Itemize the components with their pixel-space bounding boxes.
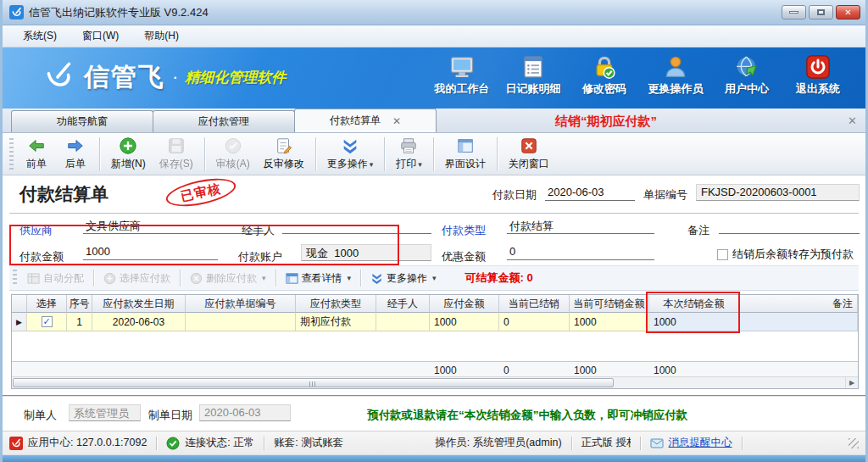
monitor-icon — [449, 54, 475, 80]
detail-window-icon — [286, 272, 298, 285]
audit-button: 审核(A) — [209, 133, 257, 175]
settleable-amount: 可结算金额: 0 — [465, 270, 533, 286]
plus-circle-icon — [119, 136, 137, 155]
handler-label: 经手人 — [242, 223, 275, 238]
header-select[interactable]: 选择 — [27, 295, 67, 313]
next-doc-button[interactable]: 后单 — [56, 133, 95, 175]
brand-slogan: 精细化管理软件 — [185, 68, 286, 87]
amount-label: 付款金额 — [19, 249, 64, 264]
header-this-settle[interactable]: 本次结销金额 — [649, 295, 739, 313]
view-detail-button[interactable]: 查看详情▾ — [279, 269, 359, 288]
menu-window[interactable]: 窗口(W) — [70, 26, 131, 46]
close-box-icon — [520, 136, 538, 155]
workbench-button[interactable]: 我的工作台 — [426, 54, 498, 97]
tab-strip: 功能导航窗 应付款管理 付款结算单 ✕ 结销“期初应付款” ✕ — [3, 109, 865, 133]
change-password-button[interactable]: 修改密码 — [569, 54, 640, 97]
handler-field[interactable] — [282, 218, 431, 234]
row-checkbox[interactable]: ✓ — [27, 313, 67, 331]
grid-toolbar-drag-handle[interactable] — [13, 270, 17, 287]
grid-header-row: 选择 序号 应付款发生日期 应付款单据编号 应付款类型 经手人 应付金额 当前已… — [12, 295, 858, 313]
app-window: 信管飞出纳记账软件专业版 V9.2.424 ✕ 系统(S) 窗口(W) 帮助(H… — [0, 0, 868, 462]
grid-toolbar: 自动分配 选择应付款 删除应付款▾ 查看详情▾ 更多操作▾ 可结算金额 — [9, 265, 859, 291]
x-circle-icon — [190, 272, 203, 285]
cell-settled: 0 — [499, 313, 570, 331]
audit-check-icon — [224, 136, 242, 155]
brand-dot: · — [172, 66, 178, 88]
message-center-link[interactable]: 消息提醒中心 — [669, 436, 732, 450]
pay-date-label: 付款日期 — [492, 187, 537, 203]
auto-allocate-button: 自动分配 — [20, 269, 91, 288]
checkbox-icon — [717, 249, 728, 260]
header-settled[interactable]: 当前已结销 — [499, 295, 570, 313]
printer-icon — [399, 136, 418, 155]
journal-detail-button[interactable]: 日记账明细 — [498, 54, 569, 97]
doc-no-label: 单据编号 — [643, 187, 687, 203]
minimize-button[interactable] — [782, 5, 806, 19]
grid-more-actions-button[interactable]: 更多操作▾ — [364, 269, 443, 288]
header-seq[interactable]: 序号 — [67, 295, 92, 313]
remark-field[interactable] — [719, 218, 860, 234]
brand: 信管飞 · 精细化管理软件 — [42, 59, 286, 95]
pay-type-label[interactable]: 付款类型 — [442, 223, 486, 238]
discount-field[interactable]: 0 — [507, 244, 654, 260]
double-chevron-down-icon — [370, 272, 383, 285]
tab-navigation[interactable]: 功能导航窗 — [11, 110, 153, 132]
cell-payable: 1000 — [430, 313, 499, 331]
banner: 信管飞 · 精细化管理软件 我的工作台 — [3, 47, 865, 109]
dropdown-caret-icon: ▾ — [348, 274, 352, 282]
cell-remark[interactable] — [739, 313, 858, 331]
payables-grid: 选择 序号 应付款发生日期 应付款单据编号 应付款类型 经手人 应付金额 当前已… — [11, 294, 859, 389]
pay-date-field[interactable]: 2020-06-03 — [545, 185, 635, 201]
dropdown-caret-icon: ▾ — [370, 160, 374, 169]
print-button[interactable]: 打印▾ — [389, 133, 429, 175]
connection-ok-icon — [166, 437, 180, 450]
divider — [9, 213, 859, 214]
arrow-left-icon — [27, 136, 46, 155]
horizontal-scrollbar[interactable]: ▶ — [12, 376, 858, 388]
user-center-button[interactable]: 用户中心 — [711, 54, 782, 97]
scroll-right-icon[interactable]: ▶ — [845, 377, 858, 388]
header-type[interactable]: 应付款类型 — [296, 295, 376, 313]
cell-date: 2020-06-03 — [92, 313, 186, 331]
amount-field[interactable]: 1000 — [83, 244, 218, 260]
app-center-icon — [9, 437, 23, 450]
header-indicator — [12, 295, 27, 313]
resize-grip[interactable] — [849, 438, 859, 448]
close-window-button[interactable]: 关闭窗口 — [502, 133, 556, 175]
supplier-label[interactable]: 供应商 — [19, 223, 53, 238]
pay-type-field[interactable]: 付款结算 — [507, 218, 654, 234]
add-button[interactable]: 新增(N) — [104, 133, 153, 175]
header-remark[interactable]: 备注 — [739, 295, 858, 313]
header-handler[interactable]: 经手人 — [376, 295, 430, 313]
make-date-label: 制单日期 — [148, 408, 192, 423]
header-payable[interactable]: 应付金额 — [430, 295, 499, 313]
arrow-right-icon — [66, 136, 85, 155]
tab-payment-settlement[interactable]: 付款结算单 ✕ — [294, 109, 437, 132]
prev-doc-button[interactable]: 前单 — [17, 133, 56, 175]
maximize-button[interactable] — [809, 5, 833, 19]
tab-payables[interactable]: 应付款管理 — [153, 110, 295, 132]
switch-operator-button[interactable]: 更换操作员 — [640, 54, 711, 97]
table-row[interactable]: ▶ ✓ 1 2020-06-03 期初应付款 1000 0 1000 1000 — [12, 313, 858, 331]
strip-close-icon[interactable]: ✕ — [848, 114, 857, 127]
toolbar-drag-handle[interactable] — [9, 138, 14, 170]
close-button[interactable]: ✕ — [836, 5, 860, 19]
scrollbar-thumb[interactable] — [13, 378, 614, 387]
more-actions-button[interactable]: 更多操作▾ — [320, 133, 381, 175]
tab-close-icon[interactable]: ✕ — [392, 115, 401, 127]
transfer-checkbox[interactable]: 结销后余额转存为预付款 — [717, 247, 854, 262]
globe-icon — [734, 54, 760, 80]
ui-design-button[interactable]: 界面设计 — [438, 133, 492, 175]
header-doc-no[interactable]: 应付款单据编号 — [186, 295, 296, 313]
header-available[interactable]: 当前可结销金额 — [570, 295, 649, 313]
menu-system[interactable]: 系统(S) — [11, 26, 69, 46]
menu-help[interactable]: 帮助(H) — [132, 26, 191, 46]
title-bar: 信管飞出纳记账软件专业版 V9.2.424 ✕ — [3, 0, 865, 25]
hint-text: 预付款或退款请在“本次结销金额”中输入负数，即可冲销应付款 — [367, 408, 687, 423]
exit-system-button[interactable]: 退出系统 — [782, 54, 854, 97]
supplier-field[interactable]: 文具供应商 — [83, 218, 266, 234]
header-date[interactable]: 应付款发生日期 — [92, 295, 186, 313]
cell-this-settle[interactable]: 1000 — [649, 313, 739, 331]
brand-name: 信管飞 — [84, 60, 165, 95]
unaudit-button[interactable]: 反审修改 — [257, 133, 311, 175]
